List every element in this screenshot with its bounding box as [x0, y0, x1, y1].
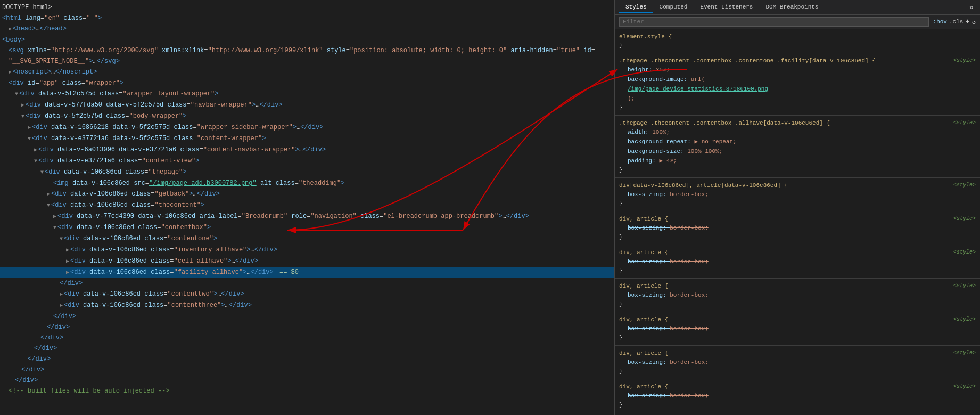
- dom-line[interactable]: ▶<noscript>…</noscript>: [0, 67, 614, 78]
- tab-computed[interactable]: Computed: [653, 2, 694, 13]
- dom-line[interactable]: <svg xmlns="http://www.w3.org/2000/svg" …: [0, 45, 614, 56]
- dom-line[interactable]: ▶<div data-v-16866218 data-v-5f2c575d cl…: [0, 122, 614, 133]
- style-selector: .thepage .thecontent .contentbox .allhav…: [619, 119, 976, 127]
- dom-line[interactable]: </div>: [0, 354, 614, 364]
- filter-input[interactable]: [619, 17, 929, 27]
- dom-line[interactable]: </div>: [0, 375, 614, 386]
- style-selector: div, article {<style>: [619, 248, 976, 257]
- dom-line[interactable]: DOCTYPE html>: [0, 2, 614, 13]
- style-rule: element.style {}: [615, 31, 980, 51]
- tab-dom-breakpoints[interactable]: DOM Breakpoints: [759, 2, 825, 13]
- dom-line[interactable]: ▼<div data-v-106c86ed class="thepage">: [0, 167, 614, 178]
- panel-tabs: Styles Computed Event Listeners DOM Brea…: [615, 0, 980, 15]
- style-rule: .thepage .thecontent .contentbox .conten…: [615, 55, 980, 113]
- style-selector: div, article {<style>: [619, 215, 976, 223]
- more-tabs-button[interactable]: »: [967, 3, 976, 12]
- dom-line[interactable]: ▶<div data-v-577fda50 data-v-5f2c575d cl…: [0, 100, 614, 111]
- dom-line[interactable]: ▶<div data-v-106c86ed class="facility al…: [0, 267, 614, 278]
- style-rule: div[data-v-106c86ed], article[data-v-106…: [615, 180, 980, 209]
- style-selector: .thepage .thecontent .contentbox .conten…: [619, 56, 976, 65]
- dom-line[interactable]: ▶<div data-v-77cd4390 data-v-106c86ed ar…: [0, 211, 614, 222]
- style-property[interactable]: box-sizing: border-box;: [619, 223, 976, 233]
- style-property[interactable]: height: 35%;: [619, 65, 976, 75]
- style-property[interactable]: box-sizing: border-box;: [619, 257, 976, 266]
- dom-line[interactable]: ▼<div data-v-106c86ed class="thecontent"…: [0, 200, 614, 211]
- dom-line[interactable]: ▼<div data-v-5f2c575d class="wrapper lay…: [0, 88, 614, 100]
- filter-pseudo-button[interactable]: :hov: [933, 19, 947, 25]
- style-property[interactable]: );: [619, 94, 976, 103]
- dom-line[interactable]: <img data-v-106c86ed src="/img/page_add.…: [0, 178, 614, 189]
- style-selector: div, article {<style>: [619, 315, 976, 324]
- style-property[interactable]: width: 100%;: [619, 127, 976, 137]
- style-selector: element.style {: [619, 32, 976, 41]
- filter-cls-button[interactable]: .cls: [949, 19, 963, 25]
- dom-line[interactable]: ▶<div data-v-6a013096 data-v-e37721a6 cl…: [0, 144, 614, 156]
- tab-styles[interactable]: Styles: [619, 2, 653, 13]
- dom-line[interactable]: </div>: [0, 311, 614, 322]
- dom-line[interactable]: <!-- built files will be auto injected -…: [0, 386, 614, 396]
- styles-content: element.style {}.thepage .thecontent .co…: [615, 29, 980, 415]
- style-property[interactable]: /img/page_device_statistics.37186100.png: [619, 84, 976, 94]
- tab-event-listeners[interactable]: Event Listeners: [694, 2, 759, 13]
- dom-line[interactable]: ▼<div data-v-e37721a6 data-v-5f2c575d cl…: [0, 133, 614, 144]
- dom-line[interactable]: </div>: [0, 343, 614, 354]
- style-property[interactable]: padding: ▶ 4%;: [619, 156, 976, 166]
- styles-panel: Styles Computed Event Listeners DOM Brea…: [615, 0, 980, 415]
- dom-line[interactable]: ▶<div data-v-106c86ed class="contentthre…: [0, 300, 614, 311]
- style-selector: div, article {<style>: [619, 383, 976, 391]
- dom-line[interactable]: ▼<div data-v-e37721a6 class="content-vie…: [0, 156, 614, 167]
- dom-panel[interactable]: DOCTYPE html><html lang="en" class=" ">▶…: [0, 0, 615, 415]
- dom-line[interactable]: ▶<div data-v-106c86ed class="cell allhav…: [0, 256, 614, 267]
- style-property[interactable]: box-sizing: border-box;: [619, 357, 976, 367]
- style-rule: div, article {<style>box-sizing: border-…: [615, 348, 980, 377]
- style-property[interactable]: background-repeat: ▶ no-repeat;: [619, 137, 976, 147]
- style-property[interactable]: background-image: url(: [619, 75, 976, 84]
- dom-line[interactable]: </div>: [0, 278, 614, 289]
- style-selector: div[data-v-106c86ed], article[data-v-106…: [619, 181, 976, 190]
- dom-line[interactable]: ▼<div data-v-106c86ed class="contentbox"…: [0, 222, 614, 233]
- dom-line[interactable]: </div>: [0, 322, 614, 332]
- dom-line[interactable]: ▼<div data-v-106c86ed class="contentone"…: [0, 233, 614, 245]
- style-rule: div, article {<style>box-sizing: border-…: [615, 214, 980, 242]
- filter-add-button[interactable]: +: [965, 18, 969, 26]
- dom-line[interactable]: <div id="app" class="wrapper">: [0, 78, 614, 88]
- dom-line[interactable]: </div>: [0, 364, 614, 375]
- dom-line[interactable]: ▶<div data-v-106c86ed class="inventory a…: [0, 245, 614, 256]
- dom-line[interactable]: ▶<div data-v-106c86ed class="getback">…<…: [0, 189, 614, 200]
- style-property[interactable]: box-sizing: border-box;: [619, 324, 976, 333]
- dom-line[interactable]: <body>: [0, 35, 614, 45]
- style-property[interactable]: background-size: 100% 100%;: [619, 147, 976, 156]
- style-property[interactable]: box-sizing: border-box;: [619, 391, 976, 401]
- style-rule: div, article {<style>box-sizing: border-…: [615, 281, 980, 310]
- style-rule: div, article {<style>box-sizing: border-…: [615, 247, 980, 276]
- dom-line[interactable]: <html lang="en" class=" ">: [0, 13, 614, 23]
- style-selector: div, article {<style>: [619, 349, 976, 357]
- filter-refresh-button[interactable]: ↺: [972, 18, 976, 26]
- style-rule: .thepage .thecontent .contentbox .allhav…: [615, 118, 980, 175]
- style-selector: div, article {<style>: [619, 282, 976, 290]
- dom-line[interactable]: "__SVG_SPRITE_NODE__">…</svg>: [0, 56, 614, 67]
- dom-line[interactable]: ▶<div data-v-106c86ed class="contenttwo"…: [0, 289, 614, 300]
- style-property[interactable]: box-sizing: border-box;: [619, 190, 976, 199]
- filter-bar: :hov .cls + ↺: [615, 15, 980, 29]
- style-rule: div, article {<style>box-sizing: border-…: [615, 381, 980, 410]
- dom-line[interactable]: ▶<head>…</head>: [0, 23, 614, 35]
- dom-line[interactable]: ▼<div data-v-5f2c575d class="body-wrappe…: [0, 111, 614, 122]
- style-rule: div, article {<style>box-sizing: border-…: [615, 314, 980, 343]
- style-property[interactable]: box-sizing: border-box;: [619, 290, 976, 300]
- dom-line[interactable]: </div>: [0, 332, 614, 343]
